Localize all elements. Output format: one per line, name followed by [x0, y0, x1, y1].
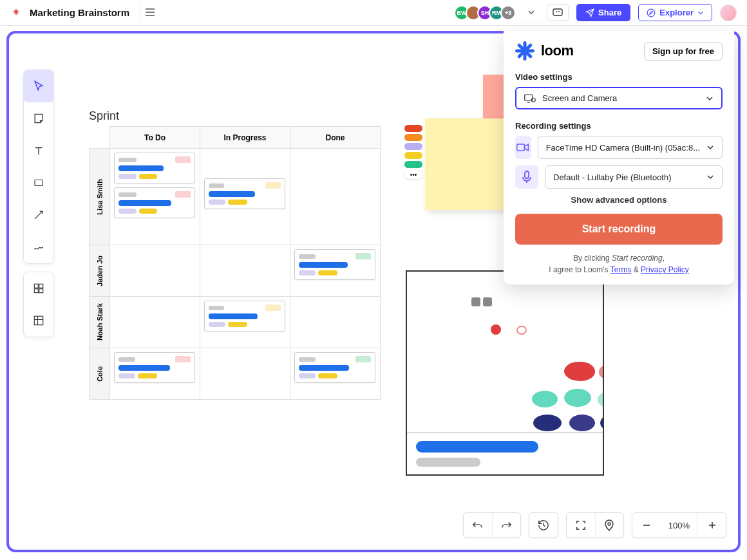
table-corner — [90, 127, 110, 149]
image-card-footer — [407, 433, 603, 474]
frame-tool[interactable] — [24, 304, 53, 337]
zoom-level: 100% — [661, 521, 697, 530]
loom-panel: loom Sign up for free Video settings Scr… — [504, 31, 734, 285]
explorer-button[interactable]: Explorer — [638, 4, 712, 21]
camera-icon[interactable] — [515, 136, 531, 159]
topbar: Marketing Brainstorm BW SH RM +8 Share E… — [0, 0, 747, 26]
loom-wordmark: loom — [541, 42, 574, 59]
shape-tool[interactable] — [24, 167, 53, 199]
sticky-color-picker: ••• — [404, 125, 422, 179]
chevron-down-icon — [706, 144, 714, 151]
svg-rect-15 — [525, 171, 529, 178]
advanced-options-link[interactable]: Show advanced options — [515, 195, 723, 205]
svg-rect-6 — [39, 289, 43, 293]
current-user-avatar[interactable] — [720, 5, 737, 21]
terms-text: By clicking Start recording, I agree to … — [515, 252, 723, 275]
video-settings-label: Video settings — [515, 72, 723, 82]
task-card[interactable] — [294, 352, 375, 383]
privacy-link[interactable]: Privacy Policy — [641, 265, 689, 274]
task-card[interactable] — [204, 178, 285, 209]
tools-toolbar — [23, 70, 54, 337]
color-swatch[interactable] — [404, 134, 422, 141]
color-swatch[interactable] — [404, 161, 422, 168]
sprint-table: To Do In Progress Done Lisa Smith — [89, 126, 381, 400]
grid-tool[interactable] — [24, 272, 53, 304]
bottom-controls: 100% — [463, 512, 726, 538]
redo-button[interactable] — [492, 513, 520, 537]
app-logo-icon — [10, 7, 22, 19]
select-tool[interactable] — [24, 70, 53, 102]
camera-select[interactable]: FaceTime HD Camera (Built-in) (05ac:8... — [538, 136, 723, 159]
svg-rect-0 — [553, 9, 562, 15]
color-swatch[interactable] — [404, 125, 422, 132]
svg-rect-7 — [34, 316, 43, 325]
explorer-label: Explorer — [659, 8, 694, 17]
chevron-down-icon — [706, 173, 714, 181]
microphone-select[interactable]: Default - Lullaby Pie (Bluetooth) — [545, 165, 723, 189]
terms-link[interactable]: Terms — [610, 265, 632, 274]
pen-tool[interactable] — [24, 231, 53, 263]
text-tool[interactable] — [24, 135, 53, 167]
comments-button[interactable] — [547, 5, 569, 21]
undo-button[interactable] — [464, 513, 492, 537]
svg-rect-4 — [39, 284, 43, 288]
image-canvas — [407, 272, 603, 433]
task-card[interactable] — [114, 153, 195, 183]
column-header: To Do — [110, 127, 200, 149]
zoom-out-button[interactable] — [632, 513, 661, 537]
collaborators-dropdown[interactable] — [524, 5, 539, 21]
task-card[interactable] — [114, 352, 195, 383]
signup-button[interactable]: Sign up for free — [644, 42, 723, 61]
recording-settings-label: Recording settings — [515, 121, 723, 131]
screen-camera-icon — [524, 94, 536, 103]
more-colors-button[interactable]: ••• — [404, 170, 422, 179]
share-label: Share — [598, 8, 621, 17]
tool-group-main — [23, 70, 54, 264]
column-header: In Progress — [200, 127, 290, 149]
row-header: Lisa Smith — [90, 149, 110, 245]
chevron-down-icon — [706, 95, 714, 102]
zoom-in-button[interactable] — [697, 513, 726, 537]
avatar-overflow[interactable]: +8 — [500, 5, 516, 21]
row-header: Noah Stark — [90, 297, 110, 348]
loom-flower-icon — [515, 41, 534, 61]
svg-point-16 — [608, 523, 610, 525]
svg-rect-14 — [517, 144, 525, 151]
svg-rect-2 — [35, 180, 43, 186]
board-title: Marketing Brainstorm — [30, 7, 129, 18]
column-header: Done — [290, 127, 381, 149]
sprint-title: Sprint — [89, 109, 119, 123]
sticky-note-tool[interactable] — [24, 102, 53, 135]
tool-group-frames — [23, 272, 54, 337]
row-header: Cole — [90, 348, 110, 400]
microphone-icon[interactable] — [515, 165, 538, 189]
svg-rect-5 — [34, 289, 38, 293]
svg-rect-3 — [34, 284, 38, 288]
location-button[interactable] — [595, 513, 623, 537]
loom-logo: loom — [515, 41, 574, 61]
connector-tool[interactable] — [24, 199, 53, 231]
task-card[interactable] — [294, 249, 375, 280]
svg-point-1 — [647, 9, 655, 17]
task-card[interactable] — [114, 187, 195, 218]
row-header: Jaden Jo — [90, 245, 110, 297]
image-card[interactable] — [406, 270, 604, 476]
video-mode-select[interactable]: Screen and Camera — [515, 87, 723, 109]
collaborator-avatars[interactable]: BW SH RM +8 — [458, 5, 516, 21]
share-button[interactable]: Share — [576, 4, 630, 21]
color-swatch[interactable] — [404, 143, 422, 150]
fullscreen-button[interactable] — [567, 513, 595, 537]
history-button[interactable] — [529, 513, 558, 537]
menu-button[interactable] — [140, 5, 160, 21]
task-card[interactable] — [204, 301, 285, 331]
start-recording-button[interactable]: Start recording — [515, 214, 723, 245]
color-swatch[interactable] — [404, 152, 422, 159]
